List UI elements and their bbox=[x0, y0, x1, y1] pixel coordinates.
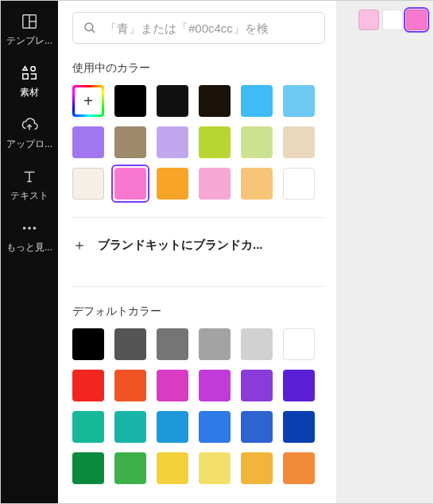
rail-label: アップロ... bbox=[6, 138, 52, 151]
color-swatch[interactable] bbox=[283, 85, 315, 117]
color-swatch[interactable] bbox=[241, 328, 273, 360]
rail-elements[interactable]: 素材 bbox=[1, 56, 58, 107]
more-icon bbox=[20, 219, 39, 238]
color-swatch[interactable] bbox=[199, 370, 231, 401]
divider bbox=[72, 286, 325, 287]
color-swatch[interactable] bbox=[199, 411, 231, 443]
svg-line-9 bbox=[91, 29, 95, 33]
brand-text: ブランドキットにブランドカ... bbox=[98, 238, 263, 253]
color-swatch[interactable] bbox=[241, 411, 273, 443]
rail-label: もっと見... bbox=[6, 241, 52, 254]
color-swatch[interactable] bbox=[72, 126, 104, 158]
color-swatch[interactable] bbox=[114, 328, 146, 360]
rail-label: テキスト bbox=[10, 189, 48, 203]
color-swatch[interactable] bbox=[283, 411, 315, 443]
rail-text[interactable]: テキスト bbox=[1, 159, 58, 211]
inuse-swatch-grid: + bbox=[72, 85, 325, 200]
plus-icon: + bbox=[75, 87, 102, 114]
color-swatch[interactable] bbox=[241, 85, 273, 117]
color-swatch[interactable] bbox=[283, 126, 315, 158]
color-swatch[interactable] bbox=[283, 370, 315, 401]
color-swatch[interactable] bbox=[114, 370, 146, 401]
color-swatch[interactable] bbox=[72, 452, 104, 484]
color-swatch[interactable] bbox=[114, 85, 146, 117]
rail-label: 素材 bbox=[20, 86, 39, 99]
color-swatch[interactable] bbox=[72, 370, 104, 401]
color-swatch[interactable] bbox=[114, 168, 146, 200]
color-swatch[interactable] bbox=[241, 126, 273, 158]
color-swatch[interactable] bbox=[199, 126, 231, 158]
default-title: デフォルトカラー bbox=[72, 304, 325, 319]
add-color-swatch[interactable]: + bbox=[72, 85, 104, 117]
color-swatch[interactable] bbox=[157, 452, 188, 484]
rail-label: テンプレ... bbox=[6, 34, 52, 48]
color-swatch[interactable] bbox=[241, 370, 273, 401]
selected-color-swatches bbox=[358, 10, 427, 30]
object-color-swatch[interactable] bbox=[406, 10, 427, 30]
inuse-title: 使用中のカラー bbox=[72, 61, 325, 76]
svg-point-3 bbox=[31, 67, 36, 72]
color-swatch[interactable] bbox=[157, 328, 188, 360]
color-swatch[interactable] bbox=[72, 328, 104, 360]
color-swatch[interactable] bbox=[199, 328, 231, 360]
color-swatch[interactable] bbox=[283, 168, 315, 200]
color-panel: 使用中のカラー + ＋ ブランドキットにブランドカ... デフォルトカラー bbox=[58, 1, 336, 503]
cloud-upload-icon bbox=[20, 115, 39, 134]
color-swatch[interactable] bbox=[72, 168, 104, 200]
color-swatch[interactable] bbox=[283, 452, 315, 484]
color-swatch[interactable] bbox=[199, 85, 231, 117]
color-swatch[interactable] bbox=[199, 168, 231, 200]
svg-point-6 bbox=[28, 227, 31, 230]
color-swatch[interactable] bbox=[283, 328, 315, 360]
rail-templates[interactable]: テンプレ... bbox=[1, 4, 58, 56]
color-swatch[interactable] bbox=[241, 168, 273, 200]
add-brand-colors[interactable]: ＋ ブランドキットにブランドカ... bbox=[72, 218, 325, 269]
canvas-area bbox=[336, 1, 433, 503]
color-swatch[interactable] bbox=[157, 370, 188, 401]
object-color-swatch[interactable] bbox=[358, 10, 379, 30]
svg-point-8 bbox=[85, 23, 93, 31]
layout-icon bbox=[20, 12, 39, 31]
color-search[interactable] bbox=[72, 12, 325, 44]
color-swatch[interactable] bbox=[157, 411, 188, 443]
search-input[interactable] bbox=[105, 21, 315, 35]
object-color-swatch[interactable] bbox=[382, 10, 403, 30]
shapes-icon bbox=[20, 64, 39, 83]
color-swatch[interactable] bbox=[157, 168, 188, 200]
text-icon bbox=[20, 167, 39, 186]
search-icon bbox=[83, 21, 97, 35]
rail-uploads[interactable]: アップロ... bbox=[1, 107, 58, 159]
color-swatch[interactable] bbox=[114, 411, 146, 443]
color-swatch[interactable] bbox=[72, 411, 104, 443]
svg-rect-4 bbox=[23, 74, 28, 79]
color-swatch[interactable] bbox=[157, 85, 188, 117]
rail-more[interactable]: もっと見... bbox=[1, 211, 58, 262]
svg-point-5 bbox=[23, 227, 26, 230]
color-swatch[interactable] bbox=[157, 126, 188, 158]
color-swatch[interactable] bbox=[114, 126, 146, 158]
color-swatch[interactable] bbox=[114, 452, 146, 484]
plus-icon: ＋ bbox=[72, 235, 87, 254]
color-swatch[interactable] bbox=[199, 452, 231, 484]
left-rail: テンプレ... 素材 アップロ... テキスト もっと見... bbox=[1, 1, 58, 503]
default-swatch-grid bbox=[72, 328, 325, 484]
color-swatch[interactable] bbox=[241, 452, 273, 484]
svg-point-7 bbox=[33, 227, 37, 230]
